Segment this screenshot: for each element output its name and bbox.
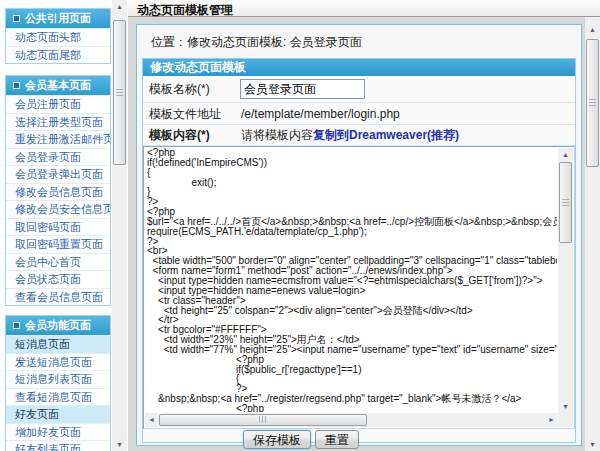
sidebar-item-resend-activation[interactable]: 重发注册激活邮件页面: [6, 130, 110, 148]
main-scrollbar-thumb[interactable]: [586, 39, 599, 167]
sidebar-item-send-message[interactable]: 发送短消息页面: [6, 353, 110, 371]
title-bar: 动态页面模板管理: [128, 0, 600, 17]
sidebar-section-header-member-basic[interactable]: 会员基本页面: [6, 76, 110, 95]
sidebar-item-dynamic-header[interactable]: 动态页面头部: [6, 28, 110, 46]
sidebar-section-member-function: 会员功能页面 短消息页面 发送短消息页面 短消息列表页面 查看短消息页面 好友页…: [5, 315, 111, 451]
scroll-up-icon[interactable]: ▲: [558, 148, 573, 161]
content-panel: 位置：修改动态页面模板: 会员登录页面 修改动态页面模板 模板名称(*) 模板文…: [136, 24, 582, 446]
sidebar-item-get-password[interactable]: 取回密码页面: [6, 218, 110, 236]
sidebar: 公共引用页面 动态页面头部 动态页面尾部 会员基本页面 会员注册页面 选择注册类…: [0, 0, 128, 451]
save-template-button[interactable]: 保存模板: [243, 430, 311, 449]
sidebar-item-friend-list[interactable]: 好友列表页面: [6, 440, 110, 451]
reset-button[interactable]: 重置: [315, 430, 359, 449]
collapse-icon[interactable]: [13, 82, 20, 89]
sidebar-item-view-message[interactable]: 查看短消息页面: [6, 388, 110, 406]
collapse-icon[interactable]: [13, 15, 20, 22]
sidebar-item-login-popup[interactable]: 会员登录弹出页面: [6, 165, 110, 183]
button-row: 保存模板 重置: [143, 430, 575, 449]
template-path-row: 模板文件地址 /e/template/member/login.php: [143, 103, 575, 125]
template-content-row: 模板内容(*) 请将模板内容复制到Dreamweaver(推荐): [143, 125, 575, 146]
form-title: 修改动态页面模板: [143, 59, 575, 76]
sidebar-item-message-page[interactable]: 短消息页面: [6, 335, 110, 353]
scrollbar-corner: [558, 413, 573, 427]
edit-template-form: 修改动态页面模板 模板名称(*) 模板文件地址 /e/template/memb…: [142, 58, 576, 443]
textarea-hscroll-thumb[interactable]: [159, 414, 367, 426]
template-code: <?php if(!defined('InEmpireCMS')) { exit…: [147, 148, 557, 412]
sidebar-scrollbar[interactable]: ▲ ▼: [112, 0, 127, 451]
scroll-down-icon[interactable]: ▼: [112, 438, 127, 451]
sidebar-section-member-basic: 会员基本页面 会员注册页面 选择注册类型页面 重发注册激活邮件页面 会员登录页面…: [5, 75, 111, 306]
template-content-label: 模板内容(*): [149, 125, 241, 146]
scroll-up-icon[interactable]: ▲: [585, 23, 600, 36]
textarea-horizontal-scrollbar[interactable]: ◄ ►: [145, 413, 558, 427]
scroll-up-icon[interactable]: ▲: [112, 0, 127, 13]
sidebar-item-message-list[interactable]: 短消息列表页面: [6, 370, 110, 388]
template-name-label: 模板名称(*): [149, 76, 241, 103]
sidebar-item-edit-info[interactable]: 修改会员信息页面: [6, 183, 110, 201]
scroll-down-icon[interactable]: ▼: [558, 400, 573, 413]
template-name-input[interactable]: [240, 79, 365, 99]
template-content-textarea[interactable]: <?php if(!defined('InEmpireCMS')) { exit…: [143, 146, 575, 429]
sidebar-item-member-home[interactable]: 会员中心首页: [6, 253, 110, 271]
sidebar-item-member-status[interactable]: 会员状态页面: [6, 270, 110, 288]
sidebar-item-edit-security[interactable]: 修改会员安全信息页面: [6, 200, 110, 218]
collapse-icon[interactable]: [13, 322, 20, 329]
content-hint: 请将模板内容复制到Dreamweaver(推荐): [241, 125, 459, 146]
sidebar-section-public: 公共引用页面 动态页面头部 动态页面尾部: [5, 8, 111, 64]
scrollbar-grip-icon: [259, 416, 267, 423]
sidebar-item-dynamic-footer[interactable]: 动态页面尾部: [6, 46, 110, 64]
sidebar-item-login[interactable]: 会员登录页面: [6, 148, 110, 166]
template-path-value: /e/template/member/login.php: [241, 103, 400, 125]
content-hint-text: 请将模板内容: [241, 128, 313, 142]
sidebar-item-view-info[interactable]: 查看会员信息页面: [6, 288, 110, 306]
sidebar-scrollbar-thumb[interactable]: [113, 20, 126, 165]
sidebar-section-title: 会员功能页面: [25, 316, 91, 335]
sidebar-item-register-type[interactable]: 选择注册类型页面: [6, 113, 110, 131]
sidebar-section-header-member-function[interactable]: 会员功能页面: [6, 316, 110, 335]
sidebar-section-title: 公共引用页面: [25, 9, 91, 28]
textarea-vertical-scrollbar[interactable]: ▲ ▼: [558, 148, 573, 413]
scroll-down-icon[interactable]: ▼: [585, 438, 600, 451]
scroll-right-icon[interactable]: ►: [545, 413, 558, 427]
sidebar-section-header-public[interactable]: 公共引用页面: [6, 9, 110, 28]
main-frame: 动态页面模板管理 位置：修改动态页面模板: 会员登录页面 修改动态页面模板 模板…: [128, 0, 600, 451]
scrollbar-grip-icon: [589, 99, 596, 107]
sidebar-section-title: 会员基本页面: [25, 76, 91, 95]
scrollbar-grip-icon: [562, 199, 569, 207]
breadcrumb: 位置：修改动态页面模板: 会员登录页面: [151, 34, 362, 51]
main-frame-scrollbar[interactable]: ▲ ▼: [585, 17, 600, 451]
empirecms-template-manager: 公共引用页面 动态页面头部 动态页面尾部 会员基本页面 会员注册页面 选择注册类…: [0, 0, 600, 451]
sidebar-item-reset-password[interactable]: 取回密码重置页面: [6, 235, 110, 253]
page-title: 动态页面模板管理: [137, 2, 233, 19]
scrollbar-grip-icon: [116, 89, 123, 97]
sidebar-item-add-friend[interactable]: 增加好友页面: [6, 423, 110, 441]
textarea-vscroll-thumb[interactable]: [559, 162, 572, 243]
template-path-label: 模板文件地址: [149, 103, 241, 125]
scroll-left-icon[interactable]: ◄: [145, 413, 158, 427]
sidebar-item-register[interactable]: 会员注册页面: [6, 95, 110, 113]
template-name-row: 模板名称(*): [143, 76, 575, 103]
sidebar-item-friend-page[interactable]: 好友页面: [6, 405, 110, 423]
dreamweaver-link[interactable]: 复制到Dreamweaver(推荐): [313, 128, 459, 142]
